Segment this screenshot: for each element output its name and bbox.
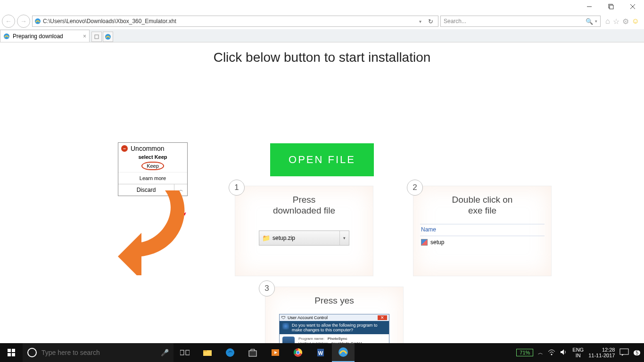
window-titlebar xyxy=(0,0,644,13)
svg-rect-14 xyxy=(186,350,190,355)
volume-icon[interactable] xyxy=(560,349,568,356)
column-header-name: Name xyxy=(420,224,545,236)
back-button[interactable]: ← xyxy=(2,15,15,28)
popup-title: Uncommon xyxy=(131,145,165,152)
uac-caption: User Account Control xyxy=(288,315,328,320)
home-icon[interactable]: ⌂ xyxy=(605,17,610,26)
browser-toolbar: ← → C:\Users\Lenovo\Downloads\Xbox_360_E… xyxy=(0,13,644,29)
tools-icon[interactable]: ⚙ xyxy=(622,17,629,26)
uac-shield-small-icon: 🛡 xyxy=(281,315,286,320)
svg-point-27 xyxy=(339,347,348,357)
svg-rect-2 xyxy=(610,5,613,9)
taskbar-search-input[interactable] xyxy=(41,349,156,356)
action-center-icon[interactable] xyxy=(619,348,629,357)
step-1-card: 1 Pressdownloaded file 📁 setup.zip ▾ xyxy=(235,186,373,276)
exe-name: setup xyxy=(430,239,444,246)
file-name: setup.zip xyxy=(272,235,295,241)
address-bar[interactable]: C:\Users\Lenovo\Downloads\Xbox_360_Emula… xyxy=(32,16,438,27)
maximize-button[interactable] xyxy=(603,1,619,12)
ie-page-icon xyxy=(34,18,41,25)
favorites-icon[interactable]: ☆ xyxy=(613,17,619,26)
warning-icon: – xyxy=(121,145,128,152)
list-item: setup xyxy=(420,236,545,248)
step-1-number: 1 xyxy=(229,180,245,196)
refresh-button[interactable]: ↻ xyxy=(425,18,436,25)
step-3-number: 3 xyxy=(259,280,275,296)
taskbar-search[interactable]: 🎤 xyxy=(23,343,173,362)
minimize-button[interactable] xyxy=(581,1,598,12)
step-2-card: 2 Double click onexe file Name setup xyxy=(413,186,552,276)
tray-chevron-icon[interactable]: ︿ xyxy=(538,349,543,356)
tab-favicon xyxy=(3,33,10,40)
page-headline: Click below button to start installation xyxy=(0,50,644,65)
uac-shield-icon xyxy=(282,323,289,329)
system-tray: 71% ︿ ENGIN 12:2811-11-2017 5 xyxy=(516,343,644,362)
orange-down-arrow-icon xyxy=(108,190,189,277)
file-dropdown-icon: ▾ xyxy=(339,231,349,245)
svg-rect-11 xyxy=(8,353,11,356)
step-2-number: 2 xyxy=(407,180,423,196)
battery-indicator[interactable]: 71% xyxy=(516,349,533,356)
svg-rect-18 xyxy=(249,351,256,356)
address-text: C:\Users\Lenovo\Downloads\Xbox_360_Emula… xyxy=(43,18,176,25)
store-icon[interactable] xyxy=(241,343,264,362)
step-3-title: Press yes xyxy=(272,296,396,306)
edge-icon[interactable] xyxy=(219,343,241,362)
search-dropdown-icon[interactable]: ▾ xyxy=(595,19,597,24)
search-placeholder: Search... xyxy=(444,18,466,25)
svg-text:W: W xyxy=(318,350,323,356)
svg-point-28 xyxy=(551,354,553,355)
chrome-icon[interactable] xyxy=(287,343,309,362)
svg-rect-7 xyxy=(95,35,99,39)
svg-rect-9 xyxy=(8,349,11,352)
new-tab-button[interactable] xyxy=(91,32,102,42)
open-file-label: OPEN FILE xyxy=(289,154,355,166)
popup-learn-more: Learn more xyxy=(118,172,187,184)
file-explorer-icon[interactable] xyxy=(196,343,219,362)
svg-point-17 xyxy=(226,348,234,357)
popup-keep-option: Keep xyxy=(141,162,164,170)
folder-icon: 📁 xyxy=(259,234,272,242)
svg-rect-10 xyxy=(12,349,15,352)
ie-taskbar-icon[interactable] xyxy=(332,343,355,362)
popup-subtitle: select Keep xyxy=(118,154,187,160)
start-button[interactable] xyxy=(0,343,23,362)
cortana-icon xyxy=(27,348,37,357)
open-file-button[interactable]: OPEN FILE xyxy=(270,143,374,176)
language-indicator[interactable]: ENGIN xyxy=(572,347,584,358)
exe-icon xyxy=(421,239,428,246)
notification-badge: 5 xyxy=(634,350,640,355)
taskbar: 🎤 W 71% ︿ ENGIN 12:2811-11-2017 5 xyxy=(0,343,644,362)
page-content: Click below button to start installation… xyxy=(0,50,644,351)
forward-button[interactable]: → xyxy=(17,15,30,28)
mic-icon[interactable]: 🎤 xyxy=(161,349,169,356)
explorer-list: Name setup xyxy=(420,224,545,248)
svg-rect-30 xyxy=(620,349,628,354)
tab-preparing-download[interactable]: Preparing download × xyxy=(0,30,90,42)
task-view-icon[interactable] xyxy=(173,343,196,362)
uncommon-popup: – Uncommon select Keep Keep Learn more D… xyxy=(118,142,188,196)
toolbar-icons: ⌂ ☆ ⚙ ☺ xyxy=(603,17,642,26)
svg-rect-16 xyxy=(203,350,207,352)
wifi-icon[interactable] xyxy=(548,349,555,356)
address-dropdown-icon[interactable]: ▾ xyxy=(417,19,423,24)
step-2-title: Double click onexe file xyxy=(420,195,545,216)
downloaded-file-button: 📁 setup.zip ▾ xyxy=(259,230,349,246)
search-icon[interactable]: 🔍 xyxy=(586,18,593,25)
word-icon[interactable]: W xyxy=(309,343,332,362)
tab-title: Preparing download xyxy=(13,33,63,40)
step-1-title: Pressdownloaded file xyxy=(242,195,366,216)
uac-question: Do you want to allow the following progr… xyxy=(292,323,386,332)
svg-rect-12 xyxy=(12,353,15,356)
media-player-icon[interactable] xyxy=(264,343,287,362)
clock[interactable]: 12:2811-11-2017 xyxy=(588,347,615,358)
search-box[interactable]: Search... 🔍 ▾ xyxy=(440,16,601,27)
svg-rect-13 xyxy=(180,350,184,355)
uac-close-icon: ✕ xyxy=(378,315,387,320)
svg-point-24 xyxy=(297,351,299,354)
tab-close-icon[interactable]: × xyxy=(83,33,86,40)
ie-tabs-button[interactable] xyxy=(103,32,113,42)
svg-marker-29 xyxy=(561,349,564,355)
close-button[interactable] xyxy=(624,1,641,12)
feedback-icon[interactable]: ☺ xyxy=(632,17,639,26)
